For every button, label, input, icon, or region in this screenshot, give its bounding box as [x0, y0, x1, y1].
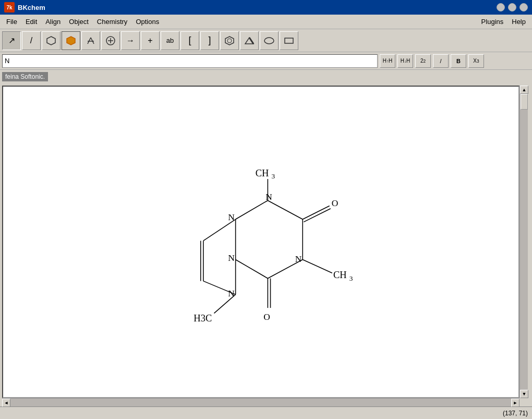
menu-align[interactable]: Align [41, 16, 65, 27]
svg-marker-1 [67, 37, 75, 45]
tool-bracket-left[interactable]: [ [180, 31, 199, 50]
n1-label: N [265, 191, 272, 202]
decrease-h-button[interactable]: H↓H [397, 54, 413, 68]
svg-point-9 [227, 39, 232, 43]
tool-ellipse[interactable] [260, 31, 279, 50]
tool-rect[interactable] [280, 31, 298, 50]
menu-chemistry[interactable]: Chemistry [93, 16, 132, 27]
canvas-container: ▲ ▼ ◄ ► [0, 83, 532, 406]
formula-input[interactable] [2, 54, 378, 68]
svg-point-12 [264, 38, 274, 44]
svg-line-31 [303, 259, 332, 273]
molecule-svg: CH 3 N N N N N O O H3C [3, 87, 518, 397]
menu-bar: File Edit Align Object Chemistry Options… [0, 15, 532, 29]
svg-line-18 [236, 259, 268, 278]
tool-ring[interactable] [220, 31, 239, 50]
main-area: ▲ ▼ ◄ ► [0, 83, 532, 406]
n3-label: N [228, 212, 235, 222]
tooltip-strip: feina Softonic. [0, 70, 532, 83]
subscript-x-button[interactable]: X3 [468, 54, 484, 68]
app-title: BKchem [18, 4, 45, 11]
h3c-label: H3C [194, 313, 212, 324]
formula-bar: H↑H H↓H 22 / B X3 [0, 52, 532, 70]
increase-h-button[interactable]: H↑H [380, 54, 395, 68]
tool-plus-circle[interactable] [101, 31, 120, 50]
svg-line-20 [303, 206, 329, 220]
close-button[interactable] [519, 3, 528, 11]
coordinates-display: (137, 71) [503, 410, 528, 417]
svg-text:3: 3 [272, 172, 275, 180]
svg-line-2 [88, 38, 91, 44]
svg-text:3: 3 [349, 274, 353, 282]
svg-marker-0 [47, 37, 55, 45]
menu-help[interactable]: Help [507, 16, 530, 27]
tool-plus[interactable]: + [141, 31, 160, 50]
title-bar: 7k BKchem [0, 0, 532, 15]
scroll-right-button[interactable]: ► [511, 399, 519, 407]
menu-object[interactable]: Object [65, 16, 93, 27]
scroll-up-button[interactable]: ▲ [520, 86, 528, 94]
scrollbar-vertical: ▲ ▼ [519, 86, 528, 398]
tooltip-text: feina Softonic. [2, 72, 48, 81]
status-bar: (137, 71) [0, 406, 532, 419]
window-controls [497, 3, 528, 11]
tool-triangle[interactable] [240, 31, 259, 50]
tool-arrow[interactable]: → [121, 31, 140, 50]
menu-options[interactable]: Options [131, 16, 163, 27]
drawing-canvas[interactable]: CH 3 N N N N N O O H3C [2, 86, 519, 398]
scroll-down-button[interactable]: ▼ [520, 390, 528, 398]
tool-bracket-right[interactable]: ] [200, 31, 219, 50]
toolbar: ↗ / → + ab [ ] [0, 29, 532, 52]
scroll-thumb-vertical[interactable] [521, 94, 528, 110]
n-bottom-label: N [228, 288, 235, 298]
svg-line-3 [91, 38, 94, 44]
ch3-right-label: CH [333, 269, 347, 280]
bold-button[interactable]: B [451, 54, 466, 68]
menu-edit[interactable]: Edit [21, 16, 41, 27]
scroll-track-horizontal[interactable] [10, 399, 511, 406]
svg-line-15 [268, 200, 303, 219]
tool-select[interactable]: ↗ [2, 31, 21, 50]
scroll-track-vertical[interactable] [520, 94, 528, 390]
ch3-top-label: CH [256, 167, 269, 178]
o2-label: O [263, 312, 270, 322]
menu-file[interactable]: File [2, 16, 21, 27]
maximize-button[interactable] [508, 3, 516, 11]
subscript-2-button[interactable]: 22 [415, 54, 431, 68]
o1-label: O [332, 198, 338, 208]
scrollbar-horizontal: ◄ ► [2, 398, 519, 406]
tool-hexagon[interactable] [42, 31, 61, 50]
scroll-left-button[interactable]: ◄ [2, 399, 10, 407]
slash-button[interactable]: / [433, 54, 449, 68]
n7-label: N [295, 254, 302, 264]
menu-plugins[interactable]: Plugins [477, 16, 508, 27]
svg-rect-13 [285, 38, 293, 43]
minimize-button[interactable] [497, 3, 505, 11]
tool-line[interactable]: / [22, 31, 41, 50]
svg-line-21 [304, 209, 330, 222]
tool-hexagon-filled[interactable] [62, 31, 80, 50]
svg-line-28 [203, 219, 236, 241]
tool-atom[interactable] [81, 31, 100, 50]
svg-line-14 [236, 200, 268, 219]
n9-label: N [228, 253, 235, 263]
svg-marker-8 [225, 37, 234, 45]
svg-line-11 [249, 38, 253, 44]
tool-text[interactable]: ab [161, 31, 179, 50]
app-logo: 7k [4, 2, 15, 13]
